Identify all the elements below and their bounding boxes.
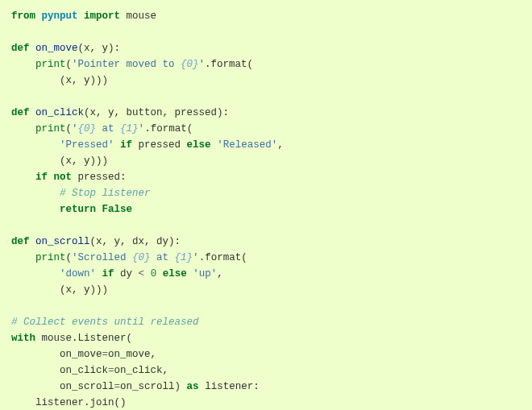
comment-stop-listener: # Stop listener (60, 188, 151, 199)
dot-format: .format( (205, 59, 253, 70)
keyword-with: with (11, 333, 35, 344)
arg-on-move-val: on_move (108, 349, 151, 360)
arg-on-scroll-val: on_scroll (120, 381, 175, 392)
string-interp-0b: {0} (78, 123, 97, 135)
string-interp-1: {1} (120, 123, 139, 135)
arg-on-scroll-name: on_scroll (60, 381, 114, 392)
params-on-scroll: (x, y, dx, dy): (90, 236, 181, 247)
keyword-if: if (35, 172, 48, 183)
keyword-import: import (84, 10, 120, 22)
string-pointer-moved-a: 'Pointer moved to (72, 59, 181, 70)
string-click-a: ' (72, 123, 78, 135)
keyword-if: if (102, 268, 114, 280)
module-pynput: pynput (42, 10, 78, 22)
keyword-not: not (54, 172, 73, 183)
equals: = (102, 349, 109, 360)
name-mouse: mouse (127, 10, 157, 22)
string-scrolled-b: at (151, 252, 175, 263)
func-on-move: on_move (35, 43, 78, 54)
string-up: 'up' (193, 268, 217, 280)
comma: , (163, 365, 169, 376)
equals: = (114, 381, 121, 392)
string-released: 'Released' (217, 139, 277, 151)
string-click-c: ' (139, 123, 145, 135)
string-interp-0c: {0} (132, 252, 151, 263)
equals: = (108, 365, 114, 376)
string-pointer-moved-b: ' (199, 59, 206, 70)
string-pressed: 'Pressed' (60, 139, 114, 151)
params-on-click: (x, y, button, pressed): (84, 107, 229, 118)
func-on-click: on_click (35, 107, 84, 118)
tuple-xy2: (x, y))) (60, 155, 108, 167)
keyword-def: def (11, 43, 30, 54)
comma: , (277, 139, 284, 151)
comment-collect-events: # Collect events until released (11, 317, 199, 328)
arg-on-move-name: on_move (60, 349, 102, 360)
keyword-else: else (187, 139, 211, 151)
listener-call: mouse.Listener( (42, 333, 133, 344)
keyword-return: return (60, 204, 96, 215)
builtin-print: print (35, 59, 66, 70)
builtin-print: print (35, 123, 66, 135)
string-scrolled-a: 'Scrolled (72, 252, 132, 263)
dot-format: .format( (199, 252, 247, 263)
name-pressed2: pressed: (78, 172, 127, 183)
keyword-else: else (163, 268, 187, 280)
keyword-as: as (187, 381, 199, 392)
comma: , (151, 349, 157, 360)
arg-on-click-name: on_click (60, 365, 108, 376)
operator-lt: < (139, 268, 145, 280)
string-down: 'down' (60, 268, 96, 280)
arg-on-click-val: on_click (114, 365, 163, 376)
func-on-scroll: on_scroll (35, 236, 90, 247)
dot-format: .format( (144, 123, 193, 135)
listener-join: listener.join() (35, 397, 127, 408)
string-click-b: at (96, 123, 120, 135)
builtin-print: print (35, 252, 66, 263)
string-interp-0: {0} (181, 59, 199, 70)
name-listener: listener: (205, 381, 260, 392)
code-block: from pynput import mouse def on_move(x, … (0, 0, 532, 410)
keyword-def: def (11, 236, 30, 247)
string-interp-1b: {1} (175, 252, 193, 263)
keyword-def: def (11, 107, 30, 118)
params-on-move: (x, y): (78, 43, 121, 54)
string-scrolled-c: ' (193, 252, 199, 263)
name-dy: dy (120, 268, 132, 280)
tuple-xy3: (x, y))) (60, 284, 108, 296)
name-pressed: pressed (139, 139, 181, 151)
keyword-if: if (120, 139, 132, 151)
const-false: False (102, 204, 133, 215)
tuple-xy: (x, y))) (60, 75, 108, 86)
comma: , (217, 268, 223, 280)
number-zero: 0 (151, 268, 157, 280)
close-paren: ) (175, 381, 181, 392)
keyword-from: from (11, 10, 35, 22)
